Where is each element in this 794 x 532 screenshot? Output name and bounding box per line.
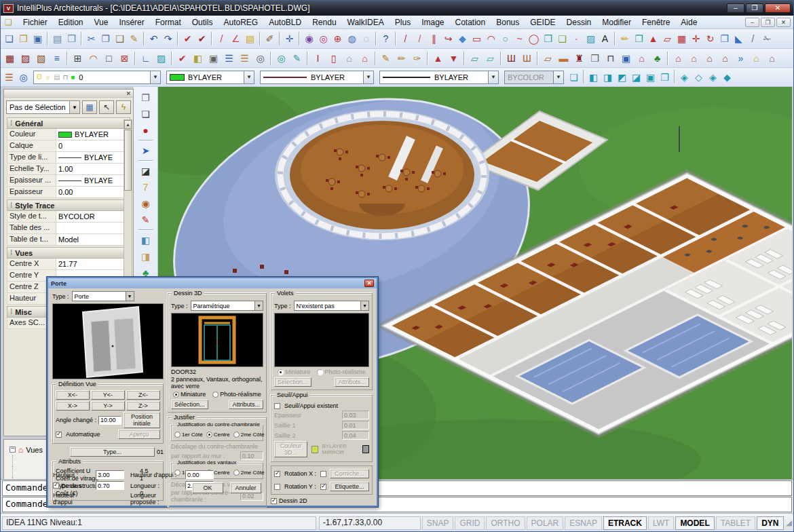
menu-format[interactable]: Format <box>150 16 187 28</box>
sketch-icon[interactable]: ✐ <box>263 31 277 46</box>
undo-icon[interactable]: ↶ <box>147 31 161 46</box>
window-grid-icon[interactable]: ⊞ <box>70 51 86 66</box>
contre-1er-cote-radio[interactable]: 1er Côté <box>174 432 203 438</box>
dessin3d-type-combo[interactable]: Paramétrique ▼ <box>191 301 263 311</box>
batch-check-icon[interactable]: ✔ <box>195 31 209 46</box>
lwt-toggle[interactable]: LWT <box>648 516 674 530</box>
extend-icon[interactable]: / <box>746 31 760 46</box>
shade-gouraud-icon[interactable]: ◆ <box>720 70 734 85</box>
esnap-toggle[interactable]: ESNAP <box>565 516 602 530</box>
save-icon[interactable]: ▣ <box>31 31 45 46</box>
hierarchy-icon[interactable]: ☰ <box>237 51 252 66</box>
door-panel-icon[interactable]: ▯ <box>326 51 341 66</box>
tablet-toggle[interactable]: TABLET <box>716 516 755 530</box>
house-sun-icon[interactable]: ⌂ <box>749 51 764 66</box>
shade-hidden-icon[interactable]: ◇ <box>692 70 706 85</box>
pencil-draw-icon[interactable]: ✎ <box>378 51 394 66</box>
layer-manager-icon[interactable]: ☰ <box>2 70 16 85</box>
render-3d-icon[interactable]: ● <box>137 122 155 138</box>
dessin-2d-checkbox[interactable] <box>271 498 277 504</box>
property-row[interactable]: Calque 0 <box>7 140 130 152</box>
menu-vue[interactable]: Vue <box>88 16 113 28</box>
section-header[interactable]: ⁞ Style Trace « <box>7 200 130 211</box>
rotation-y-checkbox[interactable] <box>274 484 280 490</box>
measure-distance-icon[interactable]: / <box>214 31 229 46</box>
zoom-window-icon[interactable]: ◎ <box>316 31 330 46</box>
zoom-in-icon[interactable]: ⊕ <box>330 31 345 46</box>
menu-outils[interactable]: Outils <box>187 16 219 28</box>
etiquette-button[interactable]: Etiquette... <box>330 482 369 491</box>
scale-icon[interactable]: ◣ <box>732 31 746 46</box>
hauteur-field[interactable] <box>96 470 124 479</box>
erase-icon[interactable]: ✏ <box>618 31 632 46</box>
new-file-icon[interactable]: ❏ <box>2 31 16 46</box>
lineweight-combo[interactable]: BYLAYER ▼ <box>379 71 499 84</box>
window-edit-icon[interactable]: ⊠ <box>117 51 132 66</box>
menu-fenetre[interactable]: Fenêtre <box>637 16 675 28</box>
array-icon[interactable]: ▦ <box>675 31 689 46</box>
house-photo-icon[interactable]: ⌂ <box>764 51 780 66</box>
scroll-up-icon[interactable]: ▲ <box>124 120 132 129</box>
menu-rendu[interactable]: Rendu <box>307 16 341 28</box>
copy-object-icon[interactable]: ❐ <box>632 31 646 46</box>
etrack-toggle[interactable]: ETRACK <box>603 516 647 530</box>
house-edit-icon[interactable]: ⌂ <box>686 51 702 66</box>
print-preview-icon[interactable]: ❒ <box>64 31 79 46</box>
roof-icon[interactable]: ⌂ <box>341 51 357 66</box>
wall-icon[interactable]: ▦ <box>2 51 18 66</box>
dialog-title-bar[interactable]: Porte ✕ <box>48 278 377 288</box>
pick-button[interactable]: ↖ <box>99 100 114 114</box>
section-header[interactable]: ⁞ Vues « <box>7 247 130 259</box>
calculator-icon[interactable]: ▤ <box>243 31 257 46</box>
palette-close-icon[interactable]: ✕ <box>126 90 131 97</box>
open-folder-icon[interactable]: ❐ <box>16 31 31 46</box>
view-z-plus-button[interactable]: Z-> <box>126 401 160 411</box>
porte-type-combo[interactable]: Porte ▼ <box>72 291 134 301</box>
polar-toggle[interactable]: POLAR <box>527 516 564 530</box>
insert-block-icon[interactable]: ❒ <box>541 31 555 46</box>
seuil-existent-checkbox[interactable] <box>274 403 280 409</box>
view-y-minus-button[interactable]: Y<- <box>91 390 125 400</box>
paste-icon[interactable]: ❑ <box>113 31 127 46</box>
layers-arrows-icon[interactable]: » <box>733 51 749 66</box>
selection-combo[interactable]: Pas de Sélection ▼ <box>6 100 80 114</box>
view-top-icon[interactable]: ◧ <box>586 70 601 85</box>
minimize-button[interactable]: – <box>727 3 744 13</box>
contre-2me-cote-radio[interactable]: 2me Côté <box>233 432 265 438</box>
miniature-radio[interactable]: Miniature <box>173 391 206 398</box>
property-row[interactable]: Table des ... <box>7 223 130 234</box>
wall-dimension-icon[interactable]: ≡ <box>49 51 64 66</box>
zoom-extents-icon[interactable]: ◍ <box>345 31 359 46</box>
polygon-icon[interactable]: ◆ <box>455 31 470 46</box>
menu-aide[interactable]: Aide <box>675 16 702 28</box>
pencil-doc-icon[interactable]: ✑ <box>409 51 425 66</box>
clipboard-icon[interactable]: ❏ <box>137 106 155 122</box>
rectangle-icon[interactable]: ▭ <box>470 31 484 46</box>
model-toggle[interactable]: MODEL <box>675 516 714 530</box>
construction-line-icon[interactable]: / <box>413 31 427 46</box>
draw-edit-icon[interactable]: ✎ <box>289 51 305 66</box>
circle-icon[interactable]: ○ <box>498 31 512 46</box>
make-block-icon[interactable]: ❑ <box>555 31 569 46</box>
mdi-restore-button[interactable]: ❐ <box>761 18 775 27</box>
trim-icon[interactable]: ✁ <box>760 31 774 46</box>
spline-icon[interactable]: ~ <box>512 31 527 46</box>
etiquette-checkbox[interactable] <box>320 484 326 490</box>
image-beach-icon[interactable]: ◨ <box>137 248 155 265</box>
door-3d-preview[interactable] <box>52 303 164 379</box>
layers-stack-icon[interactable]: ☰ <box>221 51 237 66</box>
dyn-toggle[interactable]: DYN <box>757 516 783 530</box>
house-grid-icon[interactable]: ⌂ <box>717 51 733 66</box>
grid-toggle[interactable]: GRID <box>455 516 485 530</box>
dropdown-arrow-icon[interactable]: ▼ <box>488 71 498 83</box>
door-2d-preview[interactable] <box>171 313 263 367</box>
shade-wire-icon[interactable]: ◈ <box>677 70 692 85</box>
desk-icon[interactable]: ⊓ <box>603 51 618 66</box>
menu-edition[interactable]: Edition <box>53 16 89 28</box>
view-iso-icon[interactable]: ▣ <box>643 70 658 85</box>
annuler-button[interactable]: Annuler <box>230 482 261 493</box>
mdi-close-button[interactable]: ✕ <box>776 18 791 27</box>
house-modify-icon[interactable]: ⌂ <box>702 51 717 66</box>
select-objects-button[interactable]: ▦ <box>82 100 97 114</box>
wall-edit-icon[interactable]: ▧ <box>33 51 49 66</box>
